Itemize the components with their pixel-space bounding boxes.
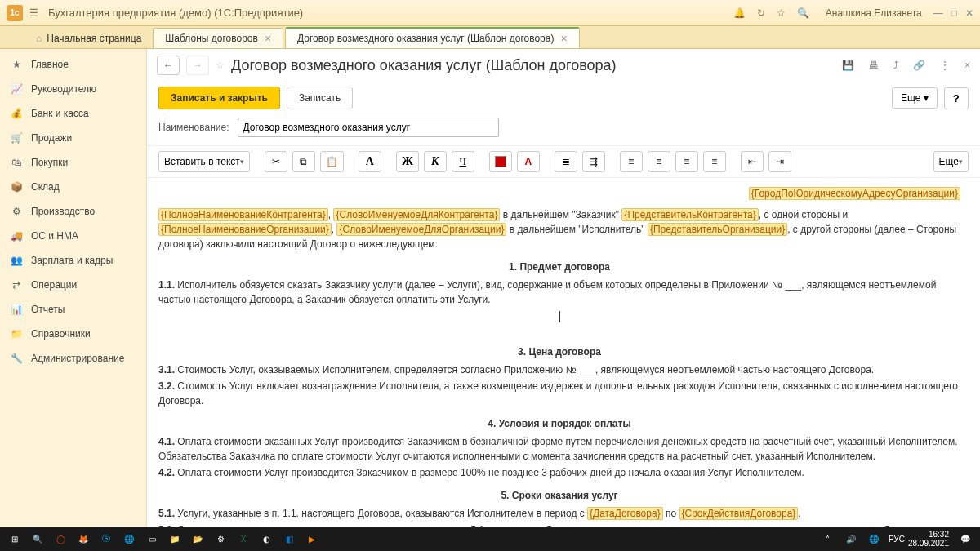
tray-notifications-icon[interactable]: 💬: [954, 527, 977, 550]
tray-lang[interactable]: РУС: [885, 527, 908, 550]
numbered-list-button[interactable]: ⇶: [582, 151, 605, 172]
align-justify-button[interactable]: ≡: [703, 151, 726, 172]
variable-token[interactable]: {СловоИменуемоеДляКонтрагента}: [333, 208, 500, 221]
sidebar-item-admin[interactable]: 🔧Администрирование: [0, 346, 146, 371]
sidebar-item-bank[interactable]: 💰Банк и касса: [0, 101, 146, 126]
tab-contract[interactable]: Договор возмездного оказания услуг (Шабл…: [285, 27, 580, 48]
taskbar-app[interactable]: X: [232, 527, 255, 550]
star-icon[interactable]: ☆: [777, 7, 786, 19]
forward-button[interactable]: →: [186, 56, 209, 75]
menu-dots-icon[interactable]: ⋮: [940, 60, 950, 71]
sidebar-item-hr[interactable]: 👥Зарплата и кадры: [0, 248, 146, 273]
search-icon[interactable]: 🔍: [797, 7, 809, 19]
variable-token[interactable]: {СловоИменуемоеДляОрганизации}: [336, 223, 506, 236]
name-input[interactable]: [238, 118, 499, 137]
sidebar-label: Зарплата и кадры: [31, 255, 113, 266]
italic-button[interactable]: К: [424, 151, 447, 172]
indent-button[interactable]: ⇥: [768, 151, 791, 172]
align-left-button[interactable]: ≡: [620, 151, 643, 172]
sidebar-item-purchases[interactable]: 🛍Покупки: [0, 150, 146, 175]
taskbar-app[interactable]: 🦊: [72, 527, 95, 550]
chart-icon: 📈: [10, 83, 23, 95]
variable-token[interactable]: {СрокДействияДоговора}: [679, 507, 799, 520]
taskbar-app[interactable]: 📂: [186, 527, 209, 550]
align-right-button[interactable]: ≡: [675, 151, 698, 172]
save-close-button[interactable]: Записать и закрыть: [158, 87, 280, 109]
link-icon[interactable]: 🔗: [913, 60, 925, 71]
variable-token[interactable]: {ГородПоЮридическомуАдресуОрганизации}: [749, 187, 960, 200]
taskbar-app[interactable]: ◐: [255, 527, 278, 550]
minimize-icon[interactable]: —: [933, 7, 943, 19]
taskbar-app[interactable]: ▭: [140, 527, 163, 550]
document-editor[interactable]: {ГородПоЮридическомуАдресуОрганизации} {…: [147, 178, 980, 527]
variable-token[interactable]: {ПолноеНаименованиеОрганизации}: [158, 223, 332, 236]
clause-num: 4.2.: [158, 467, 175, 478]
user-name[interactable]: Анашкина Елизавета: [826, 7, 922, 19]
taskbar-app[interactable]: 📁: [163, 527, 186, 550]
variable-token[interactable]: {ПредставительКонтрагента}: [621, 208, 758, 221]
taskbar-app[interactable]: ⚙: [209, 527, 232, 550]
tray-sound-icon[interactable]: 🔊: [840, 527, 862, 550]
tray-clock[interactable]: 16:32 28.09.2021: [908, 530, 954, 548]
taskbar-app[interactable]: ▶: [301, 527, 323, 550]
maximize-icon[interactable]: □: [951, 7, 957, 19]
tab-close-icon[interactable]: ×: [560, 33, 567, 44]
bell-icon[interactable]: 🔔: [733, 7, 746, 19]
tray-network-icon[interactable]: 🌐: [862, 527, 885, 550]
tab-templates[interactable]: Шаблоны договоров ×: [153, 28, 283, 48]
bold-button[interactable]: Ж: [396, 151, 419, 172]
highlight-color-button[interactable]: [489, 151, 512, 172]
close-page-icon[interactable]: ×: [964, 60, 970, 71]
save-button[interactable]: Записать: [287, 87, 353, 109]
toolbar-more-button[interactable]: Еще: [933, 151, 969, 172]
text-cursor: [559, 311, 560, 322]
history-icon[interactable]: ↻: [757, 7, 765, 19]
tab-start-page[interactable]: ⌂ Начальная страница: [24, 29, 153, 48]
close-window-icon[interactable]: ✕: [965, 7, 973, 19]
favorite-icon[interactable]: ☆: [216, 60, 225, 71]
taskbar-app[interactable]: Ⓢ: [95, 527, 118, 550]
app-menu-icon[interactable]: ☰: [29, 7, 38, 19]
back-button[interactable]: ←: [157, 56, 180, 75]
export-icon[interactable]: ⤴: [893, 60, 898, 71]
taskbar-app[interactable]: 🌐: [118, 527, 140, 550]
font-button[interactable]: А: [359, 151, 381, 172]
sidebar-item-operations[interactable]: ⇄Операции: [0, 273, 146, 297]
wrench-icon: 🔧: [10, 353, 23, 364]
box-icon: 📦: [10, 181, 23, 193]
search-button[interactable]: 🔍: [26, 527, 49, 550]
sidebar-label: ОС и НМА: [31, 230, 78, 242]
print-icon[interactable]: 🖶: [869, 60, 879, 71]
start-button[interactable]: ⊞: [3, 527, 26, 550]
underline-button[interactable]: Ч: [452, 151, 474, 172]
more-button[interactable]: Еще ▾: [892, 87, 938, 109]
sidebar-item-directories[interactable]: 📁Справочники: [0, 322, 146, 346]
save-icon[interactable]: 💾: [842, 60, 854, 71]
sidebar-item-reports[interactable]: 📊Отчеты: [0, 297, 146, 322]
text-color-button[interactable]: А: [517, 151, 540, 172]
outdent-button[interactable]: ⇤: [741, 151, 764, 172]
sidebar-label: Отчеты: [31, 304, 65, 315]
taskbar-app[interactable]: ◯: [49, 527, 72, 550]
copy-button[interactable]: ⧉: [292, 151, 315, 172]
insert-variable-button[interactable]: Вставить в текст: [158, 151, 250, 172]
variable-token[interactable]: {ПредставительОрганизации}: [648, 223, 787, 236]
sidebar-item-production[interactable]: ⚙Производство: [0, 199, 146, 224]
sidebar-item-manager[interactable]: 📈Руководителю: [0, 77, 146, 101]
sidebar-item-main[interactable]: ★Главное: [0, 52, 146, 77]
help-button[interactable]: ?: [944, 87, 969, 109]
taskbar-app[interactable]: ◧: [278, 527, 301, 550]
doc-text: Услуги, указанные в п. 1.1. настоящего Д…: [175, 508, 587, 519]
align-center-button[interactable]: ≡: [648, 151, 670, 172]
truck-icon: 🚚: [10, 230, 23, 242]
sidebar-item-sales[interactable]: 🛒Продажи: [0, 126, 146, 150]
sidebar-item-warehouse[interactable]: 📦Склад: [0, 175, 146, 199]
tab-close-icon[interactable]: ×: [265, 33, 271, 44]
paste-button[interactable]: 📋: [320, 151, 344, 172]
variable-token[interactable]: {ДатаДоговора}: [587, 507, 663, 520]
sidebar-item-assets[interactable]: 🚚ОС и НМА: [0, 224, 146, 248]
variable-token[interactable]: {ПолноеНаименованиеКонтрагента}: [158, 208, 328, 221]
cut-button[interactable]: ✂: [265, 151, 287, 172]
tray-up-icon[interactable]: ˄: [817, 527, 840, 550]
bullet-list-button[interactable]: ≣: [555, 151, 577, 172]
